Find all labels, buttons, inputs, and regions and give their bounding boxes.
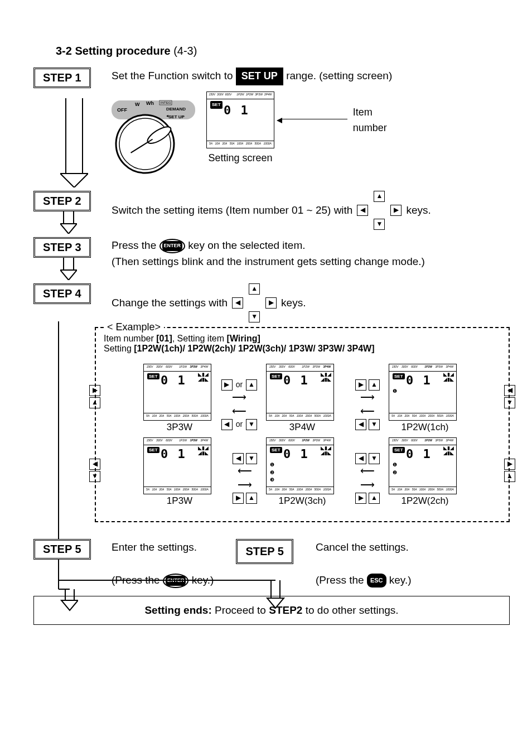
item-number-label: Item number [353, 105, 400, 136]
up-down-key-icons: ▲ ▼ [373, 191, 386, 230]
pointer-arrow-icon [277, 118, 282, 123]
dial-off-label: OFF [117, 107, 127, 113]
function-dial: OFF W Wh INTEG DEMAND SET UP [112, 94, 195, 182]
example-screen-3p3w: 150V300V600V 1P2W3P3W3P4W SET 0 1 ◣▮◢◢▮◣… [143, 364, 211, 421]
flow-arrow-3 [33, 258, 112, 280]
flow-arrow-2 [33, 211, 112, 234]
flow-arrow-1 [33, 98, 112, 187]
svg-marker-17 [60, 224, 77, 234]
cycle-arrows-right: ◀▼ [503, 384, 516, 409]
step1-box: STEP 1 [33, 68, 91, 88]
step4-box: STEP 4 [33, 283, 91, 304]
enter-key-icon: ENTER [159, 239, 186, 253]
cycle-arrows-left-2: ◀▼ [88, 458, 101, 483]
example-screen-1p2w2ch: 150V300V600V 1P2W3P3W3P4W SET 0 1 ◣▮◢◢▮◣… [389, 437, 457, 494]
flow-branch [58, 570, 292, 615]
svg-text:Wh: Wh [146, 100, 154, 106]
flow-line-long [39, 321, 78, 611]
step2-text: Switch the setting items (Item number 01… [112, 191, 510, 230]
step5-box-enter: STEP 5 [33, 539, 91, 560]
setup-badge: SET UP [236, 68, 283, 85]
svg-marker-20 [60, 270, 77, 280]
step4-text: Change the settings with ◀ ▲ ▼ ▶ keys. [112, 283, 510, 322]
caption-1p2w2ch: 1P2W(2ch) [389, 495, 461, 507]
step3-text: Press the ENTER key on the selected item… [112, 237, 510, 270]
example-box: < Example> Item number [01], Setting ite… [95, 327, 510, 522]
step3-box: STEP 3 [33, 237, 91, 258]
step5-cancel-text: Cancel the settings. (Press the ESC key.… [316, 539, 412, 588]
up-down-key-icons-2: ▲ ▼ [248, 283, 261, 322]
nav-arrows-4: ◀▼ ⟵ ⟶ ▶▲ [354, 453, 381, 504]
right-key-icon: ▶ [390, 205, 402, 216]
left-key-icon-2: ◀ [232, 297, 243, 309]
caption-3p3w: 3P3W [143, 422, 216, 433]
caption-1p3w: 1P3W [143, 495, 216, 507]
right-key-icon-2: ▶ [265, 297, 277, 309]
cycle-arrows-right-2: ▶▲ [503, 458, 516, 483]
section-heading: 3-2 Setting procedure (4-3) [56, 45, 510, 57]
cycle-arrows-left: ▶▲ [88, 384, 101, 409]
svg-text:INTEG: INTEG [161, 101, 171, 104]
example-line2: Setting [1P2W(1ch)/ 1P2W(2ch)/ 1P2W(3ch)… [104, 344, 501, 354]
svg-text:DEMAND: DEMAND [166, 107, 186, 112]
example-screen-1p2w3ch: 150V300V600V 1P2W3P3W3P4W SET 0 1 ◣▮◢◢▮◣… [266, 437, 334, 494]
svg-marker-2 [60, 174, 88, 187]
example-label: < Example> [104, 321, 164, 333]
example-screen-1p2w1ch: 150V300V600V 1P2W3P3W3P4W SET 0 1 ◣▮◢◢▮◣… [389, 364, 457, 421]
svg-marker-29 [267, 598, 284, 608]
esc-key-icon: ESC [367, 574, 386, 588]
caption-1p2w1ch: 1P2W(1ch) [389, 422, 461, 433]
nav-arrows-3: ◀▼ ⟵ ⟶ ▶▲ [231, 453, 258, 504]
step1-text: Set the Function switch to SET UP range.… [112, 68, 510, 85]
caption-1p2w3ch: 1P2W(3ch) [266, 495, 338, 507]
setting-screen-caption: Setting screen [206, 151, 274, 166]
setting-screen-step1: 150V300V600V 1P2W1P3W3P3W3P4W SET 0 1 5A… [206, 92, 274, 148]
nav-arrows-2: ▶▲ ⟶ ⟵ ◀▼ [354, 379, 381, 430]
caption-3p4w: 3P4W [266, 422, 338, 433]
example-screen-3p4w: 150V300V600V 1P2W3P3W3P4W SET 0 1 ◣▮◢◢▮◣… [266, 364, 334, 421]
nav-arrows-1: ▶ or ▲ ⟶ ⟵ ◀ or ▼ [220, 379, 258, 430]
left-key-icon: ◀ [357, 205, 368, 216]
step5-box-cancel: STEP 5 [236, 539, 293, 564]
example-line1: Item number [01], Setting item [Wiring] [104, 334, 501, 344]
svg-text:W: W [135, 102, 140, 107]
svg-text:SET UP: SET UP [168, 114, 185, 119]
step2-box: STEP 2 [33, 191, 91, 211]
example-screen-1p3w: 150V300V600V 1P2W1P3W3P4W SET 0 1 ◣▮◢◢▮◣… [143, 437, 211, 494]
